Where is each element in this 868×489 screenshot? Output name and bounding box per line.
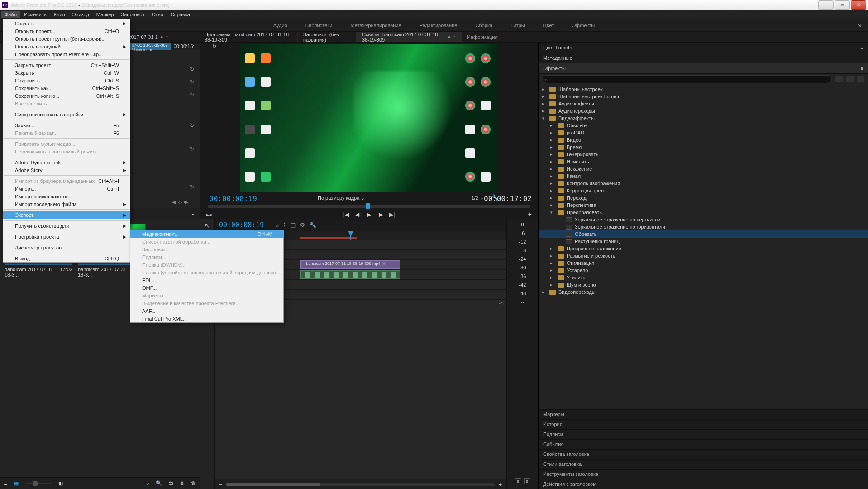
tree-node[interactable]: ▸Obsolete [539, 122, 868, 129]
find-icon[interactable]: 🔍 [156, 480, 162, 486]
zoom-in-icon[interactable]: + [499, 482, 502, 487]
maximize-button[interactable]: ▭ [835, 0, 850, 10]
wrench-icon[interactable]: 🔧 [310, 222, 316, 228]
step-back-icon[interactable]: ◀| [355, 211, 361, 218]
workspace-Цвет[interactable]: Цвет [540, 21, 557, 30]
linked-selection-icon[interactable]: ⌇ [283, 222, 286, 228]
loop-icon[interactable]: ↻ [212, 43, 216, 49]
overflow-icon[interactable]: » [448, 34, 451, 39]
export-submenu[interactable]: Медиаконтент...Ctrl+MСписок пакетной обр… [130, 230, 284, 323]
menu-item[interactable]: Преобразовать проект Premiere Clip... [3, 50, 130, 58]
tree-node[interactable]: ▸Контроль изображения [539, 180, 868, 187]
new-item-icon[interactable]: 🗎 [180, 480, 185, 486]
menu-эпизод[interactable]: Эпизод [69, 11, 93, 18]
marker-icon[interactable]: ◫ [291, 222, 296, 228]
menu-клип[interactable]: Клип [50, 11, 69, 18]
zoom-fit-dropdown[interactable]: По размеру кадра ⌄ [318, 195, 365, 201]
workspace-Титры[interactable]: Титры [508, 21, 527, 30]
tree-node[interactable]: ▸Генерировать [539, 151, 868, 158]
tree-node[interactable]: ▸Утилита [539, 274, 868, 281]
tree-node[interactable]: ▾Преобразовать [539, 209, 868, 216]
menu-item[interactable]: Маркеры... [130, 292, 283, 299]
menu-item[interactable]: Создать▶ [3, 19, 130, 27]
workspace-Библиотеки[interactable]: Библиотеки [303, 21, 335, 30]
tree-node[interactable]: ▸Канал [539, 173, 868, 180]
menu-item[interactable]: Переключить в автономный режим... [3, 148, 130, 155]
workspace-Аудио[interactable]: Аудио [271, 21, 290, 30]
keyframe-reset-icon[interactable]: ↻ [190, 184, 194, 190]
collapse-icon[interactable]: ⊳| [498, 300, 504, 305]
tree-node[interactable]: ▸Переход [539, 194, 868, 201]
menu-item[interactable]: OMF... [130, 284, 283, 292]
menu-item[interactable]: Открыть проект...Ctrl+O [3, 27, 130, 35]
menu-изменить[interactable]: Изменить [20, 11, 50, 18]
menu-item[interactable]: СохранитьCtrl+S [3, 77, 130, 84]
menu-item[interactable]: AAF... [130, 307, 283, 315]
tree-node[interactable]: ▸Перспектива [539, 201, 868, 209]
zoom-out-icon[interactable]: − [219, 482, 222, 487]
tab-program[interactable]: Программа: bandicam 2017-07-31 18-38-19-… [199, 32, 298, 42]
tab-reference[interactable]: Ссылка: bandicam 2017-07-31 18-38-19-309… [357, 32, 462, 42]
sort-icon[interactable]: ◧ [58, 480, 63, 486]
panel-События[interactable]: События [539, 439, 868, 449]
menu-item[interactable]: Получить свойства для▶ [3, 222, 130, 230]
tree-node[interactable]: ▸Изменить [539, 158, 868, 165]
menu-item[interactable]: Подписи... [130, 253, 283, 261]
tree-node[interactable]: Зеркальное отражение по горизонтали [539, 223, 868, 230]
playhead-icon[interactable] [366, 203, 370, 209]
program-timecode[interactable]: 00:00:08:19 [209, 194, 257, 203]
keyframe-reset-icon[interactable]: ↻ [190, 66, 194, 72]
timeline-zoom-scroll[interactable] [226, 483, 494, 486]
panel-menu-icon[interactable]: ≡ [861, 66, 863, 71]
fx-badge-2-icon[interactable] [846, 76, 854, 82]
menu-item[interactable]: Заголовок... [130, 245, 283, 253]
menu-item[interactable]: ВыходCtrl+Q [3, 254, 130, 262]
panel-История[interactable]: История [539, 419, 868, 429]
new-bin-icon[interactable]: 🗀 [168, 480, 173, 486]
tab-metadata[interactable]: Метаданные [539, 53, 868, 63]
workspace-Сборка[interactable]: Сборка [472, 21, 495, 30]
menu-справка[interactable]: Справка [167, 11, 194, 18]
menu-item[interactable]: Закрыть проектCtrl+Shift+W [3, 61, 130, 69]
delete-icon[interactable]: 🗑 [191, 480, 196, 486]
fx-badge-3-icon[interactable] [857, 76, 864, 82]
panel-Маркеры[interactable]: Маркеры [539, 409, 868, 419]
go-out-icon[interactable]: ▶| [389, 211, 395, 218]
menu-item[interactable]: Восстановить [3, 100, 130, 107]
menu-item[interactable]: Пленка (устройство последовательной пере… [130, 268, 283, 276]
tab-lumetri-color[interactable]: Цвет Lumetri≡ [539, 43, 868, 53]
minimize-button[interactable]: — [818, 0, 834, 10]
menu-item[interactable]: Синхронизировать настройки▶ [3, 110, 130, 118]
tree-node[interactable]: ▸Время [539, 144, 868, 151]
file-menu-dropdown[interactable]: Создать▶Открыть проект...Ctrl+OОткрыть п… [3, 19, 130, 263]
program-viewport[interactable] [240, 44, 498, 192]
selection-tool-icon[interactable]: ↖ [205, 222, 210, 229]
panel-Свойства заголовка[interactable]: Свойства заголовка [539, 449, 868, 459]
tree-node[interactable]: Растушевка границ [539, 238, 868, 245]
close-button[interactable]: ✕ [851, 0, 866, 10]
menu-item[interactable]: Сохранить как...Ctrl+Shift+S [3, 84, 130, 92]
effects-search-input[interactable] [542, 75, 832, 83]
menu-item[interactable]: Захват...F5 [3, 121, 130, 129]
tree-node[interactable]: ▸Устарело [539, 267, 868, 274]
menu-item[interactable]: Пленка (DV/HDV)... [130, 261, 283, 268]
tree-node[interactable]: Зеркальное отражение по вертикали [539, 216, 868, 223]
overflow-icon[interactable]: » [858, 22, 862, 29]
menu-файл[interactable]: Файл [1, 11, 20, 18]
prev-kf-icon[interactable]: ◀ [172, 199, 176, 205]
menu-item[interactable]: Сохранить копию...Ctrl+Alt+S [3, 92, 130, 100]
tree-node[interactable]: ▸Видеопереходы [539, 288, 868, 296]
resolution-dropdown[interactable]: 1/2 ⌄ [472, 195, 484, 201]
snap-icon[interactable]: ⌕ [276, 222, 279, 228]
menu-item[interactable]: Выделение в качестве проекта Premiere... [130, 299, 283, 307]
panel-Инструменты заголовка[interactable]: Инструменты заголовка [539, 469, 868, 479]
menu-окно[interactable]: Окно [148, 11, 167, 18]
tree-node[interactable]: ▸Шаблоны настроек [539, 86, 868, 93]
menu-маркер[interactable]: Маркер [93, 11, 118, 18]
menu-заголовок[interactable]: Заголовок [118, 11, 148, 18]
tree-node[interactable]: ▸Видео [539, 136, 868, 144]
menu-item[interactable]: Импорт из браузера медиаданныхCtrl+Alt+I [3, 177, 130, 185]
button-editor-icon[interactable]: + [528, 211, 532, 218]
workspace-Эффекты[interactable]: Эффекты [569, 21, 597, 30]
menu-item[interactable]: Диспетчер проектов... [3, 244, 130, 251]
